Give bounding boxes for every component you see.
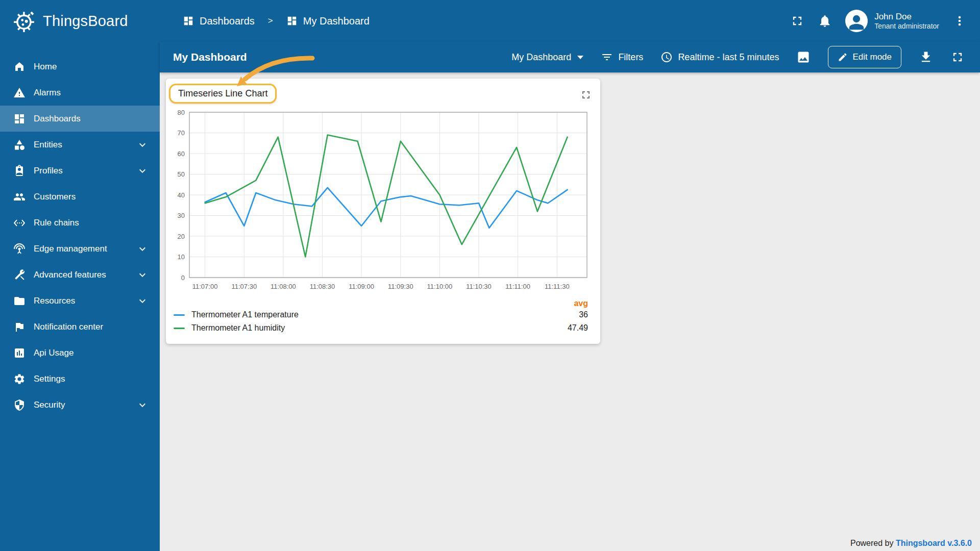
dashboard-image-icon[interactable] [796, 50, 811, 64]
home-icon [13, 61, 26, 73]
customers-icon [13, 191, 26, 203]
sidebar-item-label: Dashboards [34, 114, 149, 124]
toolbar-fullscreen-icon[interactable] [950, 50, 965, 64]
breadcrumb: Dashboards>My Dashboard [183, 15, 370, 27]
thingsboard-logo-icon [11, 8, 38, 34]
sidebar-item-api-usage[interactable]: Api Usage [0, 340, 160, 366]
sidebar-item-entities[interactable]: Entities [0, 132, 160, 158]
sidebar-item-customers[interactable]: Customers [0, 184, 160, 210]
header-fullscreen-icon[interactable] [790, 14, 804, 28]
dashboards-icon [13, 113, 26, 125]
sidebar-item-home[interactable]: Home [0, 54, 160, 80]
svg-text:11:08:00: 11:08:00 [271, 283, 296, 290]
svg-text:0: 0 [181, 274, 185, 282]
caret-down-icon [577, 56, 583, 59]
avatar [845, 10, 868, 32]
svg-text:50: 50 [178, 170, 185, 178]
widget-fullscreen-icon[interactable] [580, 89, 592, 101]
svg-text:11:10:30: 11:10:30 [466, 283, 492, 290]
edit-mode-button[interactable]: Edit mode [828, 46, 901, 68]
pencil-icon [838, 52, 848, 62]
legend: avg Thermometer A1 temperature36Thermome… [166, 299, 600, 335]
app-logo[interactable]: ThingsBoard [0, 0, 160, 42]
user-text: John Doe Tenant administrator [874, 11, 939, 31]
timeseries-chart-svg: 11:07:0011:07:3011:08:0011:08:3011:09:00… [166, 106, 600, 298]
legend-avg-header: avg [166, 299, 600, 308]
filters-label: Filters [618, 52, 643, 63]
breadcrumb-label: My Dashboard [303, 15, 370, 27]
sidebar-item-resources[interactable]: Resources [0, 288, 160, 314]
download-icon[interactable] [919, 50, 933, 64]
more-vert-icon[interactable] [952, 14, 967, 28]
dashboards-icon [183, 15, 194, 27]
breadcrumb-item-dashboards[interactable]: Dashboards [183, 15, 255, 27]
svg-text:40: 40 [178, 191, 185, 199]
sidebar-item-edge-management[interactable]: Edge management [0, 236, 160, 262]
svg-text:11:11:30: 11:11:30 [545, 283, 570, 290]
timewindow-button[interactable]: Realtime - last 5 minutes [660, 51, 779, 63]
api-usage-icon [13, 347, 26, 359]
sidebar-item-label: Notification center [34, 322, 149, 332]
sidebar-item-label: Settings [34, 374, 149, 384]
powered-by-text: Powered by [850, 539, 894, 547]
legend-swatch [174, 314, 185, 316]
sidebar-nav: HomeAlarmsDashboardsEntitiesProfilesCust… [0, 42, 160, 418]
sidebar-item-dashboards[interactable]: Dashboards [0, 106, 160, 132]
sidebar-item-profiles[interactable]: Profiles [0, 158, 160, 184]
svg-text:11:11:00: 11:11:00 [505, 283, 530, 290]
sidebar-item-settings[interactable]: Settings [0, 366, 160, 392]
widget-header: Timeseries Line Chart [166, 79, 600, 105]
sidebar-item-security[interactable]: Security [0, 392, 160, 418]
svg-text:11:10:00: 11:10:00 [427, 283, 453, 290]
powered-by: Powered by Thingsboard v.3.6.0 [850, 539, 972, 548]
legend-item-thermometer-a1-temperature: Thermometer A1 temperature36 [166, 308, 600, 321]
breadcrumb-item-my-dashboard[interactable]: My Dashboard [286, 15, 370, 27]
timewindow-label: Realtime - last 5 minutes [678, 52, 779, 63]
svg-text:11:07:30: 11:07:30 [231, 283, 257, 290]
settings-icon [13, 373, 26, 385]
dashboard-state-select[interactable]: My Dashboard [511, 52, 583, 63]
sidebar: ThingsBoard HomeAlarmsDashboardsEntities… [0, 0, 160, 551]
sidebar-item-notification-center[interactable]: Notification center [0, 314, 160, 340]
profiles-icon [13, 165, 26, 177]
security-icon [13, 399, 26, 411]
filters-button[interactable]: Filters [601, 51, 643, 63]
sidebar-item-label: Rule chains [34, 218, 149, 228]
sidebar-item-label: Edge management [34, 244, 128, 254]
filter-icon [601, 51, 613, 63]
sidebar-item-label: Api Usage [34, 348, 149, 358]
sidebar-item-alarms[interactable]: Alarms [0, 80, 160, 106]
edge-management-icon [13, 243, 26, 255]
top-header: Dashboards>My Dashboard John Doe Tenant … [160, 0, 980, 42]
legend-avg-value: 36 [579, 310, 588, 319]
breadcrumb-separator: > [268, 16, 273, 26]
dashboard-canvas: Timeseries Line Chart 11:07:0011:07:3011… [160, 72, 980, 551]
dashboard-toolbar: My Dashboard My Dashboard Filters Realti… [160, 42, 980, 72]
legend-swatch [174, 328, 185, 329]
notifications-bell-icon[interactable] [818, 14, 832, 28]
widget-title: Timeseries Line Chart [169, 84, 277, 104]
legend-series-name[interactable]: Thermometer A1 humidity [191, 323, 285, 333]
sidebar-item-label: Security [34, 400, 128, 410]
chevron-down-icon [136, 139, 149, 151]
sidebar-item-label: Home [34, 62, 149, 72]
dashboards-icon [286, 15, 298, 27]
legend-rows: Thermometer A1 temperature36Thermometer … [166, 308, 600, 335]
timeseries-widget: Timeseries Line Chart 11:07:0011:07:3011… [166, 79, 600, 344]
sidebar-item-rule-chains[interactable]: Rule chains [0, 210, 160, 236]
svg-text:11:08:30: 11:08:30 [310, 283, 335, 290]
legend-series-name[interactable]: Thermometer A1 temperature [191, 310, 299, 319]
rule-chains-icon [13, 217, 26, 229]
chevron-down-icon [136, 243, 149, 255]
chevron-down-icon [136, 399, 149, 411]
state-select-label: My Dashboard [511, 52, 571, 63]
sidebar-item-label: Resources [34, 296, 128, 306]
sidebar-item-advanced-features[interactable]: Advanced features [0, 262, 160, 288]
legend-avg-value: 47.49 [568, 323, 588, 333]
toolbar-actions: My Dashboard Filters Realtime - last 5 m… [511, 46, 965, 68]
dashboard-page-title: My Dashboard [173, 51, 247, 63]
advanced-features-icon [13, 269, 26, 281]
thingsboard-version-link[interactable]: Thingsboard v.3.6.0 [896, 539, 972, 547]
user-menu[interactable]: John Doe Tenant administrator [845, 10, 939, 32]
resources-icon [13, 295, 26, 307]
